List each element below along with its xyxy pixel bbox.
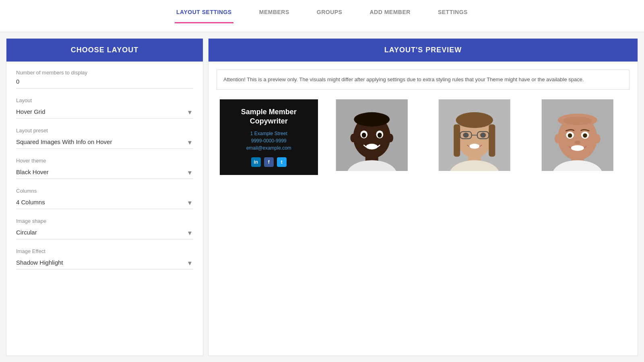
layout-select[interactable]: Hover Grid Grid List Slider <box>16 106 193 118</box>
svg-point-19 <box>456 112 493 128</box>
twitter-icon[interactable]: t <box>277 157 287 167</box>
members-count-value: 0 <box>16 78 193 88</box>
hover-theme-group: Hover theme Black Hover White Hover Blue… <box>16 158 193 179</box>
preset-select-wrapper: Squared Images With Info on Hover Circul… <box>16 136 193 149</box>
top-navigation: LAYOUT SETTINGS MEMBERS GROUPS ADD MEMBE… <box>0 0 644 32</box>
columns-group: Columns 1 Column 2 Columns 3 Columns 4 C… <box>16 188 193 209</box>
hover-theme-label: Hover theme <box>16 158 193 164</box>
preview-notice: Attention! This is a preview only. The v… <box>217 70 630 90</box>
svg-rect-17 <box>454 124 460 156</box>
svg-point-12 <box>354 112 390 127</box>
svg-point-11 <box>366 144 377 149</box>
columns-select[interactable]: 1 Column 2 Columns 3 Columns 4 Columns 5… <box>16 196 193 209</box>
image-shape-group: Image shape Circular Square Rounded ▾ <box>16 218 193 239</box>
image-shape-label: Image shape <box>16 218 193 224</box>
svg-point-25 <box>469 144 479 148</box>
svg-point-6 <box>387 134 393 142</box>
svg-point-31 <box>594 134 600 143</box>
image-effect-label: Image Effect <box>16 248 193 254</box>
svg-point-36 <box>568 133 572 138</box>
columns-select-wrapper: 1 Column 2 Columns 3 Columns 4 Columns 5… <box>16 196 193 209</box>
member-card-2 <box>323 99 421 175</box>
layout-group: Layout Hover Grid Grid List Slider ▾ <box>16 97 193 119</box>
layout-select-wrapper: Hover Grid Grid List Slider ▾ <box>16 106 193 119</box>
member-hover-info: Sample Member Copywriter 1 Example Stree… <box>220 99 318 175</box>
hover-theme-select-wrapper: Black Hover White Hover Blue Hover ▾ <box>16 166 193 179</box>
main-content: CHOOSE LAYOUT Number of members to displ… <box>0 32 644 362</box>
image-shape-select-wrapper: Circular Square Rounded ▾ <box>16 226 193 239</box>
left-panel: CHOOSE LAYOUT Number of members to displ… <box>6 38 203 356</box>
choose-layout-header: CHOOSE LAYOUT <box>6 39 203 62</box>
hover-theme-select[interactable]: Black Hover White Hover Blue Hover <box>16 166 193 179</box>
image-effect-select-wrapper: Shadow Highlight None Zoom Grayscale ▾ <box>16 257 193 269</box>
svg-point-5 <box>350 134 356 142</box>
tab-members[interactable]: MEMBERS <box>258 9 291 23</box>
right-panel: LAYOUT'S PREVIEW Attention! This is a pr… <box>208 38 638 356</box>
svg-point-38 <box>574 140 580 144</box>
svg-point-10 <box>377 132 382 137</box>
image-effect-group: Image Effect Shadow Highlight None Zoom … <box>16 248 193 269</box>
svg-point-33 <box>563 116 592 125</box>
svg-point-30 <box>554 134 561 143</box>
member-photo-light-female <box>425 99 524 171</box>
members-count-label: Number of members to display <box>16 70 193 76</box>
member-card-4 <box>528 99 627 175</box>
svg-rect-18 <box>489 124 495 156</box>
member-address: 1 Example Street <box>250 131 287 136</box>
columns-label: Columns <box>16 188 193 194</box>
member-card-3 <box>425 99 524 175</box>
member-photo-dark <box>323 99 421 171</box>
preset-group: Layout preset Squared Images With Info o… <box>16 128 193 149</box>
member-card-1: Sample Member Copywriter 1 Example Stree… <box>220 99 318 175</box>
member-name: Sample Member Copywriter <box>226 107 312 126</box>
preset-select[interactable]: Squared Images With Info on Hover Circul… <box>16 136 193 148</box>
member-email: email@example.com <box>246 145 291 151</box>
layout-label: Layout <box>16 97 193 103</box>
svg-point-39 <box>571 145 584 150</box>
linkedin-icon[interactable]: in <box>251 157 261 167</box>
preview-header: LAYOUT'S PREVIEW <box>208 39 638 62</box>
tab-layout-settings[interactable]: LAYOUT SETTINGS <box>175 9 233 23</box>
tab-add-member[interactable]: ADD MEMBER <box>368 9 412 23</box>
tab-groups[interactable]: GROUPS <box>315 9 344 23</box>
member-phone: 9999-0000-9999 <box>251 138 287 144</box>
image-effect-select[interactable]: Shadow Highlight None Zoom Grayscale <box>16 257 193 269</box>
preset-label: Layout preset <box>16 128 193 134</box>
members-count-group: Number of members to display 0 <box>16 70 193 88</box>
svg-point-9 <box>361 132 366 137</box>
right-panel-body: Attention! This is a preview only. The v… <box>208 62 638 183</box>
tab-settings[interactable]: SETTINGS <box>436 9 469 23</box>
svg-point-37 <box>583 133 587 138</box>
image-shape-select[interactable]: Circular Square Rounded <box>16 226 193 239</box>
facebook-icon[interactable]: f <box>264 157 274 167</box>
social-icons: in f t <box>251 157 287 167</box>
left-panel-body: Number of members to display 0 Layout Ho… <box>6 62 203 286</box>
member-grid: Sample Member Copywriter 1 Example Stree… <box>217 99 630 175</box>
svg-point-23 <box>463 132 469 137</box>
member-photo-light-male <box>528 99 627 171</box>
svg-point-24 <box>480 132 486 137</box>
